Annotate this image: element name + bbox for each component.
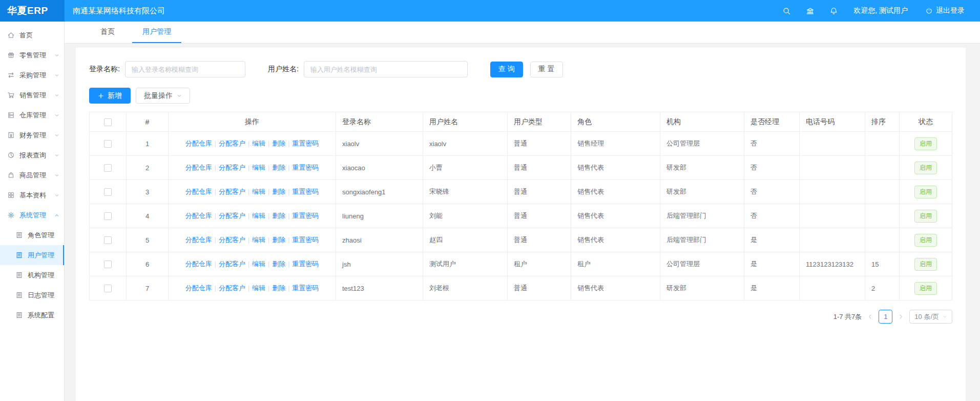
cell-is-manager: 是: [744, 276, 800, 300]
sidebar-item-warehouse[interactable]: 仓库管理: [0, 105, 64, 125]
cell-user-type: 普通: [508, 204, 571, 228]
sidebar-subitem-config[interactable]: 系统配置: [0, 305, 64, 325]
row-checkbox[interactable]: [104, 236, 112, 244]
operation-edit-link[interactable]: 编辑: [252, 164, 265, 171]
operation-delete-link[interactable]: 删除: [272, 212, 285, 219]
sidebar-item-sales[interactable]: 销售管理: [0, 85, 64, 105]
sidebar-subitem-label: 日志管理: [28, 291, 54, 300]
user-name-input[interactable]: [304, 61, 468, 77]
select-all-checkbox[interactable]: [104, 118, 112, 126]
row-operations: 分配仓库|分配客户|编辑|删除|重置密码: [169, 156, 336, 180]
sidebar-item-report[interactable]: 报表查询: [0, 145, 64, 165]
operation-assign-customer-link[interactable]: 分配客户: [219, 260, 245, 268]
row-checkbox[interactable]: [104, 164, 112, 172]
operation-reset-password-link[interactable]: 重置密码: [292, 284, 319, 292]
operation-reset-password-link[interactable]: 重置密码: [292, 164, 319, 171]
status-badge[interactable]: 启用: [914, 186, 937, 198]
sidebar-subitem-user[interactable]: 用户管理: [0, 245, 64, 265]
sidebar-item-purchase[interactable]: 采购管理: [0, 65, 64, 85]
tab-user-management[interactable]: 用户管理: [132, 22, 181, 43]
row-checkbox[interactable]: [104, 212, 112, 220]
status-badge[interactable]: 启用: [914, 234, 937, 247]
sidebar-subitem-label: 系统配置: [28, 311, 54, 320]
operation-assign-warehouse-link[interactable]: 分配仓库: [185, 139, 212, 147]
page-number-button[interactable]: 1: [879, 310, 892, 324]
operation-delete-link[interactable]: 删除: [272, 284, 285, 292]
sidebar-subitem-org[interactable]: 机构管理: [0, 265, 64, 285]
sidebar-subitem-role[interactable]: 角色管理: [0, 225, 64, 245]
status-badge[interactable]: 启用: [914, 282, 937, 295]
bank-icon[interactable]: [806, 7, 815, 15]
operation-delete-link[interactable]: 删除: [272, 164, 285, 171]
operation-separator: |: [268, 188, 269, 195]
row-checkbox[interactable]: [104, 285, 112, 292]
operation-delete-link[interactable]: 删除: [272, 260, 285, 268]
sidebar-item-system[interactable]: 系统管理: [0, 205, 64, 225]
sidebar-item-basic[interactable]: 基本资料: [0, 185, 64, 205]
operation-separator: |: [288, 260, 289, 268]
cell-user-name: 小曹: [423, 156, 508, 180]
operation-edit-link[interactable]: 编辑: [252, 284, 265, 292]
operation-edit-link[interactable]: 编辑: [252, 139, 265, 147]
status-badge[interactable]: 启用: [914, 210, 937, 223]
operation-edit-link[interactable]: 编辑: [252, 212, 265, 219]
operation-assign-warehouse-link[interactable]: 分配仓库: [185, 236, 212, 244]
sidebar-subitem-log[interactable]: 日志管理: [0, 285, 64, 305]
sidebar-item-retail[interactable]: 零售管理: [0, 45, 64, 65]
status-badge[interactable]: 启用: [914, 258, 937, 271]
sidebar-item-home[interactable]: 首页: [0, 25, 64, 45]
sidebar-item-goods[interactable]: 商品管理: [0, 165, 64, 185]
sidebar-item-finance[interactable]: 财务管理: [0, 125, 64, 145]
login-name-input[interactable]: [125, 61, 245, 77]
operation-assign-customer-link[interactable]: 分配客户: [219, 236, 245, 244]
logout-button[interactable]: 退出登录: [925, 6, 965, 15]
reset-button[interactable]: 重 置: [530, 62, 563, 77]
operation-reset-password-link[interactable]: 重置密码: [292, 236, 319, 244]
operation-assign-customer-link[interactable]: 分配客户: [219, 164, 245, 171]
status-badge[interactable]: 启用: [914, 162, 937, 174]
page-size-value: 10 条/页: [914, 312, 939, 322]
cell-status: 启用: [900, 228, 952, 252]
operation-assign-warehouse-link[interactable]: 分配仓库: [185, 284, 212, 292]
operation-assign-warehouse-link[interactable]: 分配仓库: [185, 164, 212, 171]
cell-user-type: 普通: [508, 180, 571, 204]
bell-icon[interactable]: [829, 7, 838, 15]
operation-reset-password-link[interactable]: 重置密码: [292, 212, 319, 219]
operation-delete-link[interactable]: 删除: [272, 188, 285, 195]
operation-delete-link[interactable]: 删除: [272, 236, 285, 244]
operation-assign-customer-link[interactable]: 分配客户: [219, 139, 245, 147]
operation-edit-link[interactable]: 编辑: [252, 236, 265, 244]
add-button[interactable]: 新增: [89, 88, 131, 104]
operation-reset-password-link[interactable]: 重置密码: [292, 260, 319, 268]
page-size-select[interactable]: 10 条/页: [909, 310, 952, 324]
prev-page-button[interactable]: [867, 314, 873, 319]
operation-assign-customer-link[interactable]: 分配客户: [219, 284, 245, 292]
column-header: 登录名称: [336, 112, 423, 132]
row-checkbox[interactable]: [104, 140, 112, 148]
operation-reset-password-link[interactable]: 重置密码: [292, 188, 319, 195]
operation-assign-customer-link[interactable]: 分配客户: [219, 212, 245, 219]
cell-phone-number: 1123123123132: [800, 252, 865, 276]
operation-reset-password-link[interactable]: 重置密码: [292, 139, 319, 147]
cell-role: 销售代表: [571, 156, 660, 180]
operation-assign-customer-link[interactable]: 分配客户: [219, 188, 245, 195]
cell-user-name: 测试用户: [423, 252, 508, 276]
operation-separator: |: [215, 164, 216, 171]
status-badge[interactable]: 启用: [914, 137, 937, 150]
query-button[interactable]: 查 询: [490, 62, 523, 77]
next-page-button[interactable]: [898, 314, 904, 319]
operation-edit-link[interactable]: 编辑: [252, 188, 265, 195]
search-icon[interactable]: [782, 7, 791, 15]
row-checkbox[interactable]: [104, 260, 112, 268]
operation-edit-link[interactable]: 编辑: [252, 260, 265, 268]
tab-home[interactable]: 首页: [90, 22, 125, 43]
cell-sort-order: [865, 180, 900, 204]
operation-assign-warehouse-link[interactable]: 分配仓库: [185, 188, 212, 195]
cell-is-manager: 是: [744, 252, 800, 276]
select-all-cell: [90, 112, 127, 132]
operation-assign-warehouse-link[interactable]: 分配仓库: [185, 260, 212, 268]
operation-delete-link[interactable]: 删除: [272, 139, 285, 147]
operation-assign-warehouse-link[interactable]: 分配仓库: [185, 212, 212, 219]
batch-operations-button[interactable]: 批量操作: [136, 88, 190, 104]
row-checkbox[interactable]: [104, 188, 112, 196]
